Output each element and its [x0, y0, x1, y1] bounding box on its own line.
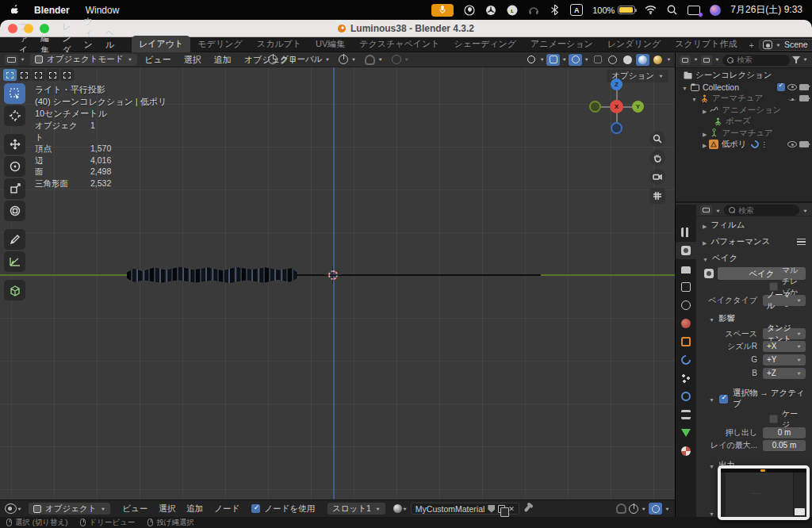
tab-sculpting[interactable]: スカルプト — [250, 36, 308, 52]
tab-modifiers[interactable] — [676, 351, 696, 369]
tab-physics[interactable] — [676, 388, 696, 405]
tab-world[interactable] — [676, 315, 696, 332]
select-intersect-button[interactable] — [60, 69, 74, 81]
gizmo-x-axis[interactable]: X — [610, 100, 623, 113]
orthographic-grid-icon[interactable] — [649, 188, 665, 204]
outliner-row-scene-collection[interactable]: シーンコレクション — [676, 70, 812, 82]
tab-scene[interactable] — [676, 297, 696, 314]
outliner-display-mode-icon[interactable] — [701, 55, 712, 65]
collection-checkbox[interactable] — [777, 83, 785, 91]
navigation-gizmo[interactable]: Z X Y — [588, 78, 645, 136]
siri-icon[interactable] — [710, 5, 721, 16]
macos-window-menu[interactable]: Window — [86, 5, 120, 16]
cage-checkbox[interactable] — [769, 415, 778, 423]
obs-icon[interactable] — [463, 4, 475, 16]
outliner-row-lowpoly-mesh[interactable]: 低ポリ ⋮ — [676, 139, 812, 151]
rotate-tool[interactable] — [4, 156, 25, 177]
shader-add-menu[interactable]: 追加 — [181, 503, 209, 515]
tab-tool[interactable] — [676, 224, 696, 241]
disable-render-icon[interactable] — [799, 141, 809, 147]
cursor-tool[interactable] — [4, 105, 25, 126]
snap-target-icon[interactable] — [629, 504, 638, 514]
show-overlays-toggle[interactable] — [569, 54, 582, 66]
object-visibility-dropdown[interactable] — [524, 54, 538, 66]
headphones-icon[interactable] — [527, 4, 539, 16]
outliner-search-input[interactable] — [737, 55, 785, 64]
fan-app-icon[interactable] — [485, 4, 496, 16]
unlink-material-icon[interactable]: ✕ — [508, 505, 515, 513]
select-invert-button[interactable] — [46, 69, 59, 81]
tab-object[interactable] — [676, 333, 696, 350]
add-menu[interactable]: 追加 — [209, 54, 237, 66]
gizmo-z-neg-axis[interactable] — [611, 122, 622, 134]
screen-mirroring-icon[interactable] — [688, 6, 700, 15]
pivot-point-icon[interactable] — [339, 55, 348, 64]
max-ray-value[interactable]: 0.05 m — [763, 440, 806, 451]
shading-material-preview-button[interactable] — [636, 54, 649, 66]
shader-editor-type-icon[interactable] — [5, 503, 17, 514]
shader-select-menu[interactable]: 選択 — [153, 503, 181, 515]
add-cube-tool[interactable] — [4, 280, 25, 300]
space-dropdown[interactable]: タンジェント — [763, 328, 806, 339]
disclosure-closed-icon[interactable] — [703, 105, 707, 115]
snap-magnet-icon[interactable] — [616, 503, 626, 514]
shader-view-menu[interactable]: ビュー — [117, 503, 153, 515]
modifier-wrench-icon[interactable] — [749, 139, 760, 150]
tab-render[interactable] — [676, 242, 696, 259]
shading-wireframe-button[interactable] — [606, 54, 619, 66]
proportional-editing-icon[interactable] — [392, 55, 401, 64]
scale-tool[interactable] — [4, 178, 25, 199]
bluetooth-icon[interactable] — [549, 4, 561, 16]
outliner-editor-type-icon[interactable] — [680, 55, 691, 65]
fake-user-shield-icon[interactable] — [488, 505, 495, 513]
view-menu[interactable]: ビュー — [139, 54, 177, 66]
tab-layout[interactable]: レイアウト — [132, 36, 190, 52]
tab-output[interactable] — [676, 260, 696, 277]
hide-eye-icon[interactable] — [787, 84, 797, 90]
tab-shading[interactable]: シェーディング — [447, 36, 524, 52]
add-workspace-button[interactable]: + — [745, 38, 759, 52]
battery-indicator[interactable]: 100% — [592, 6, 635, 15]
gizmo-z-axis[interactable]: Z — [611, 78, 622, 90]
menubar-clock[interactable]: 7月26日(土) 9:33 — [730, 3, 802, 17]
select-subtract-button[interactable] — [32, 69, 45, 81]
tab-scripting[interactable]: スクリプト作成 — [668, 36, 744, 52]
extrusion-value[interactable]: 0 m — [763, 427, 806, 438]
duplicate-material-icon[interactable] — [498, 505, 505, 513]
properties-search[interactable] — [724, 205, 799, 216]
scene-selector[interactable]: Scene — [759, 39, 812, 51]
select-extend-button[interactable] — [17, 69, 31, 81]
shading-rendered-button[interactable] — [651, 54, 665, 66]
editor-type-icon[interactable] — [5, 55, 18, 65]
disable-render-icon[interactable] — [799, 95, 809, 101]
line-app-icon[interactable]: L — [506, 4, 518, 16]
disable-render-icon[interactable] — [799, 84, 809, 90]
use-nodes-checkbox[interactable]: ノードを使用 — [251, 503, 315, 515]
viewport-3d[interactable]: オプション ライト・平行投影 (40) シーンコレクション | 低ポリ 10セン… — [0, 67, 675, 499]
swizzle-b-dropdown[interactable]: +Z — [763, 368, 806, 379]
tab-modeling[interactable]: モデリング — [190, 36, 249, 52]
panel-performance[interactable]: パフォーマンス — [696, 233, 812, 250]
eye-closed-icon[interactable] — [787, 96, 797, 101]
macos-app-menu[interactable]: Blender — [34, 5, 70, 16]
swizzle-g-dropdown[interactable]: +Y — [763, 354, 806, 365]
disclosure-closed-icon[interactable] — [703, 140, 707, 149]
show-gizmo-toggle[interactable] — [546, 54, 560, 66]
material-slot-dropdown[interactable]: スロット1 — [327, 503, 385, 515]
selected-to-active-checkbox[interactable] — [719, 395, 728, 404]
tab-texture-paint[interactable]: テクスチャペイント — [352, 36, 446, 52]
shader-node-menu[interactable]: ノード — [209, 503, 245, 515]
outliner-row-armature-object[interactable]: アーマチュア — [676, 93, 812, 105]
disclosure-open-icon[interactable] — [691, 94, 697, 103]
hide-eye-icon[interactable] — [787, 141, 797, 147]
shader-overlays-toggle[interactable] — [649, 503, 662, 515]
select-box-tool[interactable] — [4, 83, 25, 104]
shader-mode-dropdown[interactable]: オブジェクト — [29, 503, 110, 515]
transform-orientation-dropdown[interactable]: グローバル — [280, 54, 322, 65]
measure-tool[interactable] — [4, 251, 25, 272]
tab-view-layer[interactable] — [676, 278, 696, 296]
disclosure-closed-icon[interactable] — [703, 128, 707, 138]
swizzle-r-dropdown[interactable]: +X — [763, 341, 806, 352]
select-menu[interactable]: 選択 — [178, 54, 207, 66]
material-name-field[interactable]: MyCustomMaterial ✕ — [411, 503, 519, 515]
